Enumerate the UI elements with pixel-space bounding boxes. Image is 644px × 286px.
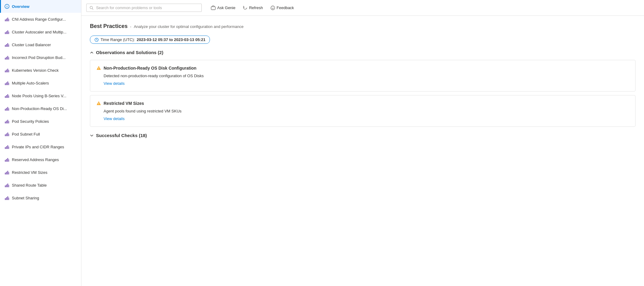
sidebar-item-node-pools[interactable]: Node Pools Using B-Series V... xyxy=(0,89,81,102)
sidebar-label-shared-route: Shared Route Table xyxy=(12,183,47,188)
card-title: Restricted VM Sizes xyxy=(104,101,144,106)
successful-section: Successful Checks (18) xyxy=(90,133,635,138)
sidebar-label-restricted-vm: Restricted VM Sizes xyxy=(12,170,47,175)
refresh-button[interactable]: Refresh xyxy=(240,4,266,12)
svg-rect-26 xyxy=(9,83,9,85)
bar-chart-icon xyxy=(5,106,9,111)
card-description: Detected non-production-ready configurat… xyxy=(104,74,629,78)
svg-rect-20 xyxy=(6,70,7,72)
svg-rect-11 xyxy=(5,45,6,47)
refresh-label: Refresh xyxy=(249,5,263,10)
svg-rect-32 xyxy=(6,108,7,111)
feedback-icon xyxy=(270,5,275,10)
card-description: Agent pools found using restricted VM SK… xyxy=(104,109,629,113)
view-details-link[interactable]: View details xyxy=(104,116,125,121)
genie-icon xyxy=(211,5,216,10)
bar-chart-icon xyxy=(5,42,9,47)
sidebar-label-pod-disruption: Incorrect Pod Disruption Bud... xyxy=(12,55,66,60)
svg-rect-59 xyxy=(5,198,6,200)
sidebar-item-pod-disruption[interactable]: Incorrect Pod Disruption Bud... xyxy=(0,51,81,64)
svg-rect-34 xyxy=(9,108,9,111)
ask-genie-button[interactable]: Ask Genie xyxy=(208,4,238,12)
sidebar-item-shared-route[interactable]: Shared Route Table xyxy=(0,179,81,191)
svg-rect-24 xyxy=(6,82,7,85)
svg-rect-7 xyxy=(5,32,6,34)
search-icon xyxy=(90,6,94,10)
sidebar-label-node-pools: Node Pools Using B-Series V... xyxy=(12,94,66,98)
svg-rect-36 xyxy=(6,121,7,123)
page-header: Best Practices - Analyze your cluster fo… xyxy=(90,23,635,31)
sidebar-item-pod-security[interactable]: Pod Security Policies xyxy=(0,115,81,128)
card-restricted-vm-card: Restricted VM Sizes Agent pools found us… xyxy=(90,95,635,127)
svg-line-64 xyxy=(92,9,93,9)
bar-chart-icon xyxy=(5,183,9,188)
sidebar-item-private-ips[interactable]: Private IPs and CIDR Ranges xyxy=(0,140,81,153)
sidebar-item-k8s-version[interactable]: Kubernetes Version Check xyxy=(0,64,81,77)
svg-point-67 xyxy=(272,7,272,8)
bar-chart-icon xyxy=(5,55,9,60)
view-details-link[interactable]: View details xyxy=(104,81,125,86)
svg-rect-25 xyxy=(7,81,8,85)
successful-title: Successful Checks (18) xyxy=(96,133,147,138)
svg-rect-43 xyxy=(5,147,6,149)
svg-rect-60 xyxy=(6,197,7,200)
card-header: Non-Production-Ready OS Disk Configurati… xyxy=(96,66,629,71)
svg-rect-54 xyxy=(9,172,9,174)
sidebar-label-non-prod-os: Non-Production-Ready OS Di... xyxy=(12,106,67,111)
svg-rect-5 xyxy=(7,18,8,21)
svg-rect-65 xyxy=(211,7,215,10)
sidebar-item-non-prod-os[interactable]: Non-Production-Ready OS Di... xyxy=(0,102,81,115)
svg-rect-56 xyxy=(6,184,7,187)
svg-point-73 xyxy=(98,104,99,105)
sidebar-item-pod-subnet[interactable]: Pod Subnet Full xyxy=(0,128,81,140)
svg-point-1 xyxy=(7,5,7,6)
observations-title: Observations and Solutions (2) xyxy=(96,50,163,55)
content-area: Best Practices - Analyze your cluster fo… xyxy=(81,16,644,286)
search-box[interactable] xyxy=(86,4,202,12)
svg-point-68 xyxy=(273,7,274,8)
svg-rect-4 xyxy=(6,19,7,21)
sidebar-item-subnet-sharing[interactable]: Subnet Sharing xyxy=(0,191,81,204)
bar-chart-icon xyxy=(5,170,9,175)
bar-chart-icon xyxy=(5,144,9,149)
svg-rect-12 xyxy=(6,44,7,47)
bar-chart-icon xyxy=(5,68,9,73)
observation-cards: Non-Production-Ready OS Disk Configurati… xyxy=(90,60,635,127)
svg-rect-58 xyxy=(9,185,9,187)
sidebar-item-load-balancer[interactable]: Cluster Load Balancer xyxy=(0,38,81,51)
time-range-label: Time Range (UTC): xyxy=(101,37,135,42)
time-range-value: 2023-03-12 05:37 to 2023-03-13 05:21 xyxy=(137,37,205,42)
info-icon xyxy=(5,4,9,9)
clock-icon xyxy=(94,38,99,42)
feedback-button[interactable]: Feedback xyxy=(267,4,297,12)
search-input[interactable] xyxy=(96,5,198,10)
svg-rect-23 xyxy=(5,83,6,85)
successful-section-header[interactable]: Successful Checks (18) xyxy=(90,133,635,138)
svg-rect-3 xyxy=(5,19,6,21)
svg-rect-15 xyxy=(5,58,6,60)
svg-rect-19 xyxy=(5,71,6,72)
time-range-button[interactable]: Time Range (UTC): 2023-03-12 05:37 to 20… xyxy=(90,36,210,44)
sidebar-label-autoscaler: Cluster Autoscaler and Multip... xyxy=(12,30,67,34)
topbar: Ask Genie Refresh Feedback xyxy=(81,0,644,16)
bar-chart-icon xyxy=(5,132,9,136)
svg-rect-13 xyxy=(7,43,8,47)
sidebar-item-overview[interactable]: Overview xyxy=(0,0,81,13)
sidebar-item-restricted-vm[interactable]: Restricted VM Sizes xyxy=(0,166,81,179)
svg-rect-38 xyxy=(9,121,9,123)
svg-point-71 xyxy=(98,69,99,69)
observations-section-header[interactable]: Observations and Solutions (2) xyxy=(90,50,635,55)
svg-rect-18 xyxy=(9,57,9,60)
sidebar-item-reserved-addr[interactable]: Reserved Address Ranges xyxy=(0,153,81,166)
bar-chart-icon xyxy=(5,17,9,22)
svg-rect-14 xyxy=(9,44,9,47)
svg-rect-39 xyxy=(5,134,6,136)
sidebar-item-cni[interactable]: CNI Address Range Configur... xyxy=(0,13,81,26)
svg-rect-45 xyxy=(7,145,8,149)
svg-rect-9 xyxy=(7,30,8,34)
svg-rect-53 xyxy=(7,171,8,174)
main-content: Ask Genie Refresh Feedback xyxy=(81,0,644,286)
sidebar-item-autoscaler[interactable]: Cluster Autoscaler and Multip... xyxy=(0,26,81,38)
svg-rect-49 xyxy=(7,158,8,162)
sidebar-item-multi-autoscalers[interactable]: Multiple Auto-Scalers xyxy=(0,77,81,89)
